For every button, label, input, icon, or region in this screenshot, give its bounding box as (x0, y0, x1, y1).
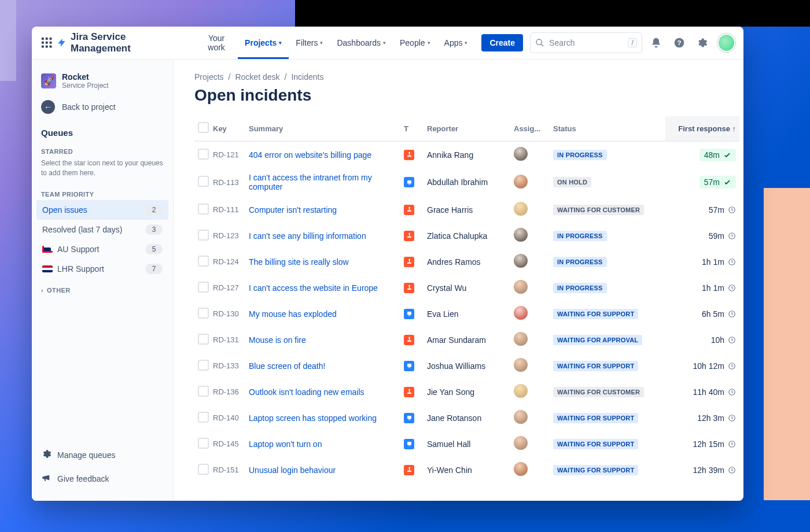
nav-item-projects[interactable]: Projects▾ (238, 27, 289, 59)
table-row[interactable]: RD-151Unusual login behaviourYi-Wen Chin… (194, 457, 739, 483)
issue-summary-link[interactable]: Laptop won't turn on (249, 439, 322, 449)
status-badge[interactable]: WAITING FOR SUPPORT (553, 465, 638, 475)
issue-key[interactable]: RD-133 (209, 353, 245, 379)
queue-item-au-support[interactable]: AU Support5 (36, 239, 168, 259)
status-badge[interactable]: WAITING FOR APPROVAL (553, 335, 642, 345)
create-button[interactable]: Create (481, 34, 523, 51)
assignee-avatar[interactable] (514, 202, 528, 216)
row-checkbox[interactable] (198, 282, 209, 293)
status-badge[interactable]: IN PROGRESS (553, 283, 607, 293)
notifications-icon[interactable] (648, 34, 665, 51)
back-to-project[interactable]: ← Back to project (36, 92, 168, 122)
breadcrumb-link[interactable]: Incidents (291, 72, 323, 82)
assignee-avatar[interactable] (514, 384, 528, 398)
status-badge[interactable]: IN PROGRESS (553, 150, 607, 160)
column-header[interactable]: First response ↑ (665, 116, 739, 141)
issue-key[interactable]: RD-140 (209, 405, 245, 431)
table-row[interactable]: RD-133Blue screen of death!Joshua Willia… (194, 353, 739, 379)
issue-summary-link[interactable]: Laptop screen has stopped working (249, 413, 377, 423)
row-checkbox[interactable] (198, 176, 209, 187)
assignee-avatar[interactable] (514, 462, 528, 476)
status-badge[interactable]: IN PROGRESS (553, 231, 607, 241)
issue-summary-link[interactable]: I can't access the intranet from my comp… (249, 173, 372, 191)
status-badge[interactable]: WAITING FOR CUSTOMER (553, 387, 644, 397)
queue-item-lhr-support[interactable]: LHR Support7 (36, 259, 168, 279)
table-row[interactable]: RD-145Laptop won't turn onSamuel HallWAI… (194, 431, 739, 457)
row-checkbox[interactable] (198, 149, 209, 160)
table-row[interactable]: RD-113I can't access the intranet from m… (194, 168, 739, 197)
column-header[interactable]: Status (550, 116, 665, 141)
status-badge[interactable]: IN PROGRESS (553, 257, 607, 267)
app-switcher-icon[interactable] (40, 36, 53, 50)
issue-summary-link[interactable]: 404 error on website's billing page (249, 150, 371, 160)
status-badge[interactable]: WAITING FOR SUPPORT (553, 413, 638, 423)
issue-key[interactable]: RD-121 (209, 141, 245, 168)
profile-avatar[interactable] (717, 34, 735, 52)
status-badge[interactable]: WAITING FOR SUPPORT (553, 309, 638, 319)
assignee-avatar[interactable] (514, 306, 528, 320)
nav-item-filters[interactable]: Filters▾ (289, 27, 330, 59)
row-checkbox[interactable] (198, 464, 209, 475)
status-badge[interactable]: WAITING FOR CUSTOMER (553, 205, 644, 215)
issue-summary-link[interactable]: I can't access the website in Europe (249, 283, 378, 293)
row-checkbox[interactable] (198, 412, 209, 423)
select-all-checkbox[interactable] (198, 122, 209, 133)
row-checkbox[interactable] (198, 438, 209, 449)
assignee-avatar[interactable] (514, 436, 528, 450)
table-row[interactable]: RD-124The billing site is really slowAnd… (194, 249, 739, 275)
row-checkbox[interactable] (198, 386, 209, 397)
search-input[interactable]: Search / (530, 32, 642, 53)
issue-summary-link[interactable]: My mouse has exploded (249, 309, 337, 319)
assignee-avatar[interactable] (514, 175, 528, 189)
issue-summary-link[interactable]: Mouse is on fire (249, 335, 306, 345)
assignee-avatar[interactable] (514, 147, 528, 161)
issue-key[interactable]: RD-130 (209, 301, 245, 327)
table-row[interactable]: RD-136Outlook isn't loading new emailsJi… (194, 379, 739, 405)
issue-key[interactable]: RD-124 (209, 249, 245, 275)
product-logo[interactable]: Jira Service Management (57, 31, 186, 54)
nav-item-dashboards[interactable]: Dashboards▾ (330, 27, 393, 59)
nav-item-your-work[interactable]: Your work (195, 27, 238, 59)
assignee-avatar[interactable] (514, 280, 528, 294)
issue-key[interactable]: RD-111 (209, 197, 245, 223)
assignee-avatar[interactable] (514, 254, 528, 268)
table-row[interactable]: RD-121404 error on website's billing pag… (194, 141, 739, 168)
issue-summary-link[interactable]: Computer isn't restarting (249, 205, 337, 215)
table-row[interactable]: RD-111Computer isn't restartingGrace Har… (194, 197, 739, 223)
table-row[interactable]: RD-130My mouse has explodedEva LienWAITI… (194, 301, 739, 327)
issue-key[interactable]: RD-113 (209, 168, 245, 197)
status-badge[interactable]: ON HOLD (553, 177, 591, 187)
assignee-avatar[interactable] (514, 228, 528, 242)
assignee-avatar[interactable] (514, 410, 528, 424)
row-checkbox[interactable] (198, 204, 209, 215)
row-checkbox[interactable] (198, 360, 209, 371)
row-checkbox[interactable] (198, 334, 209, 345)
assignee-avatar[interactable] (514, 332, 528, 346)
column-header[interactable]: T (400, 116, 424, 141)
help-icon[interactable]: ? (671, 34, 687, 51)
issue-key[interactable]: RD-145 (209, 431, 245, 457)
issue-key[interactable]: RD-127 (209, 275, 245, 301)
settings-icon[interactable] (693, 34, 710, 51)
column-header[interactable]: Assig... (510, 116, 550, 141)
column-header[interactable]: Reporter (424, 116, 510, 141)
row-checkbox[interactable] (198, 256, 209, 267)
queue-item-resolved-last-7-days-[interactable]: Resolved (last 7 days)3 (36, 220, 168, 239)
row-checkbox[interactable] (198, 308, 209, 319)
issue-summary-link[interactable]: Blue screen of death! (249, 361, 325, 371)
breadcrumb-link[interactable]: Projects (194, 72, 224, 82)
give-feedback[interactable]: Give feedback (36, 467, 168, 490)
project-header[interactable]: 🚀 Rocket Service Project (36, 70, 168, 92)
column-header[interactable]: Summary (245, 116, 400, 141)
issue-summary-link[interactable]: The billing site is really slow (249, 257, 349, 267)
column-header[interactable]: Key (209, 116, 245, 141)
issue-key[interactable]: RD-136 (209, 379, 245, 405)
issue-key[interactable]: RD-123 (209, 223, 245, 249)
status-badge[interactable]: WAITING FOR SUPPORT (553, 361, 638, 371)
table-row[interactable]: RD-140Laptop screen has stopped workingJ… (194, 405, 739, 431)
issue-summary-link[interactable]: Unusual login behaviour (249, 466, 336, 475)
table-row[interactable]: RD-123I can't see any billing informatio… (194, 223, 739, 249)
assignee-avatar[interactable] (514, 358, 528, 372)
table-row[interactable]: RD-127I can't access the website in Euro… (194, 275, 739, 301)
breadcrumb-link[interactable]: Rocket desk (235, 72, 279, 82)
